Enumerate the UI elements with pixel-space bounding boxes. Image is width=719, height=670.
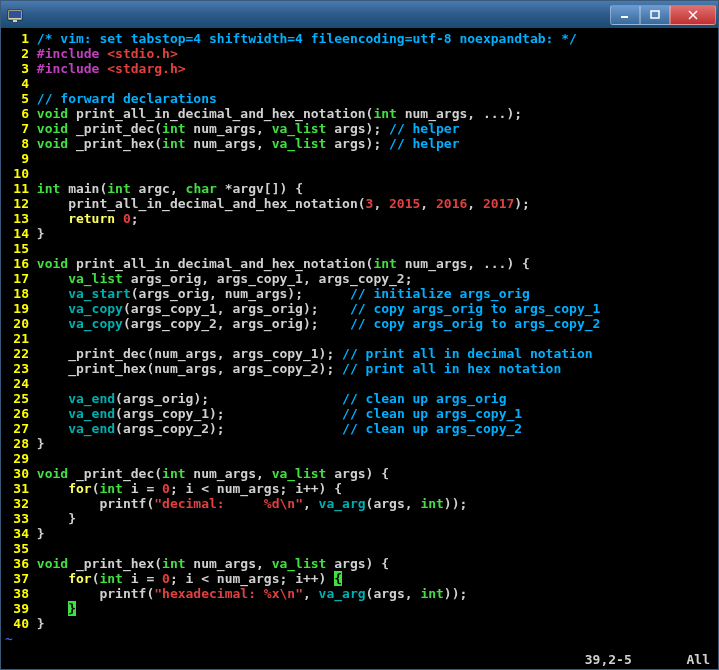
code-line: 17 va_list args_orig, args_copy_1, args_… — [5, 271, 714, 286]
line-number: 15 — [5, 241, 29, 256]
code-line: 29 — [5, 451, 714, 466]
line-number: 38 — [5, 586, 29, 601]
code-line: 36 void _print_hex(int num_args, va_list… — [5, 556, 714, 571]
code-content: } — [37, 511, 76, 526]
code-line: 2 #include <stdio.h> — [5, 46, 714, 61]
line-number: 12 — [5, 196, 29, 211]
code-line: 14 } — [5, 226, 714, 241]
code-line: 31 for(int i = 0; i < num_args; i++) { — [5, 481, 714, 496]
svg-rect-4 — [651, 11, 659, 18]
code-content: for(int i = 0; i < num_args; i++) { — [37, 571, 342, 586]
code-line: 34 } — [5, 526, 714, 541]
code-line: 39 } — [5, 601, 714, 616]
line-number: 22 — [5, 346, 29, 361]
line-number: 30 — [5, 466, 29, 481]
line-number: 2 — [5, 46, 29, 61]
code-line: 28 } — [5, 436, 714, 451]
line-number: 24 — [5, 376, 29, 391]
minimize-button[interactable] — [610, 5, 640, 25]
line-number: 20 — [5, 316, 29, 331]
line-number: 34 — [5, 526, 29, 541]
cursor-position: 39,2-5 — [585, 652, 632, 667]
code-line: 11 int main(int argc, char *argv[]) { — [5, 181, 714, 196]
line-number: 1 — [5, 31, 29, 46]
line-number: 14 — [5, 226, 29, 241]
code-line: 38 printf("hexadecimal: %x\n", va_arg(ar… — [5, 586, 714, 601]
code-line: 10 — [5, 166, 714, 181]
code-content: printf("decimal: %d\n", va_arg(args, int… — [37, 496, 468, 511]
code-line: 13 return 0; — [5, 211, 714, 226]
line-number: 6 — [5, 106, 29, 121]
putty-icon — [7, 7, 23, 23]
code-content: _print_hex(num_args, args_copy_2); // pr… — [37, 361, 561, 376]
code-content: #include <stdio.h> — [37, 46, 178, 61]
code-line: 30 void _print_dec(int num_args, va_list… — [5, 466, 714, 481]
code-line: 22 _print_dec(num_args, args_copy_1); //… — [5, 346, 714, 361]
code-line: 12 print_all_in_decimal_and_hex_notation… — [5, 196, 714, 211]
code-content: int main(int argc, char *argv[]) { — [37, 181, 303, 196]
code-content: } — [37, 226, 45, 241]
svg-rect-2 — [13, 20, 17, 22]
code-content: /* vim: set tabstop=4 shiftwidth=4 filee… — [37, 31, 577, 46]
code-content: } — [37, 436, 45, 451]
code-content: _print_dec(num_args, args_copy_1); // pr… — [37, 346, 593, 361]
vim-status: 39,2-5 All — [585, 652, 710, 667]
code-line: 5 // forward declarations — [5, 91, 714, 106]
vim-tilde: ~ — [5, 631, 13, 646]
close-button[interactable] — [670, 5, 716, 25]
code-content: va_end(args_orig); // clean up args_orig — [37, 391, 507, 406]
code-line: 6 void print_all_in_decimal_and_hex_nota… — [5, 106, 714, 121]
code-line: 8 void _print_hex(int num_args, va_list … — [5, 136, 714, 151]
code-line: 3 #include <stdarg.h> — [5, 61, 714, 76]
line-number: 4 — [5, 76, 29, 91]
code-content: print_all_in_decimal_and_hex_notation(3,… — [37, 196, 530, 211]
code-content: void print_all_in_decimal_and_hex_notati… — [37, 106, 522, 121]
code-line: 21 — [5, 331, 714, 346]
code-content: void _print_hex(int num_args, va_list ar… — [37, 136, 460, 151]
line-number: 8 — [5, 136, 29, 151]
line-number: 3 — [5, 61, 29, 76]
svg-rect-1 — [9, 11, 21, 18]
line-number: 21 — [5, 331, 29, 346]
line-number: 11 — [5, 181, 29, 196]
scroll-mode: All — [687, 652, 710, 667]
code-line: 4 — [5, 76, 714, 91]
line-number: 31 — [5, 481, 29, 496]
code-line: 1 /* vim: set tabstop=4 shiftwidth=4 fil… — [5, 31, 714, 46]
line-number: 19 — [5, 301, 29, 316]
line-number: 27 — [5, 421, 29, 436]
line-number: 37 — [5, 571, 29, 586]
code-lines: 1 /* vim: set tabstop=4 shiftwidth=4 fil… — [5, 31, 714, 631]
code-content: #include <stdarg.h> — [37, 61, 186, 76]
line-number: 39 — [5, 601, 29, 616]
code-line: 24 — [5, 376, 714, 391]
code-content: return 0; — [37, 211, 139, 226]
code-content: // forward declarations — [37, 91, 217, 106]
line-number: 18 — [5, 286, 29, 301]
code-line: 18 va_start(args_orig, num_args); // ini… — [5, 286, 714, 301]
line-number: 26 — [5, 406, 29, 421]
line-number: 25 — [5, 391, 29, 406]
code-line: 26 va_end(args_copy_1); // clean up args… — [5, 406, 714, 421]
titlebar[interactable] — [1, 1, 718, 29]
code-line: 37 for(int i = 0; i < num_args; i++) { — [5, 571, 714, 586]
line-number: 23 — [5, 361, 29, 376]
terminal-area[interactable]: 1 /* vim: set tabstop=4 shiftwidth=4 fil… — [1, 29, 718, 669]
line-number: 32 — [5, 496, 29, 511]
code-line: 32 printf("decimal: %d\n", va_arg(args, … — [5, 496, 714, 511]
code-content: void _print_hex(int num_args, va_list ar… — [37, 556, 389, 571]
code-content: void _print_dec(int num_args, va_list ar… — [37, 466, 389, 481]
code-line: 35 — [5, 541, 714, 556]
maximize-button[interactable] — [640, 5, 670, 25]
titlebar-buttons — [610, 5, 716, 25]
code-line: 7 void _print_dec(int num_args, va_list … — [5, 121, 714, 136]
code-content: for(int i = 0; i < num_args; i++) { — [37, 481, 342, 496]
line-number: 17 — [5, 271, 29, 286]
code-content: va_end(args_copy_1); // clean up args_co… — [37, 406, 522, 421]
code-line: 9 — [5, 151, 714, 166]
line-number: 29 — [5, 451, 29, 466]
line-number: 13 — [5, 211, 29, 226]
code-content: va_start(args_orig, num_args); // initia… — [37, 286, 530, 301]
code-content: void print_all_in_decimal_and_hex_notati… — [37, 256, 530, 271]
code-content: va_end(args_copy_2); // clean up args_co… — [37, 421, 522, 436]
